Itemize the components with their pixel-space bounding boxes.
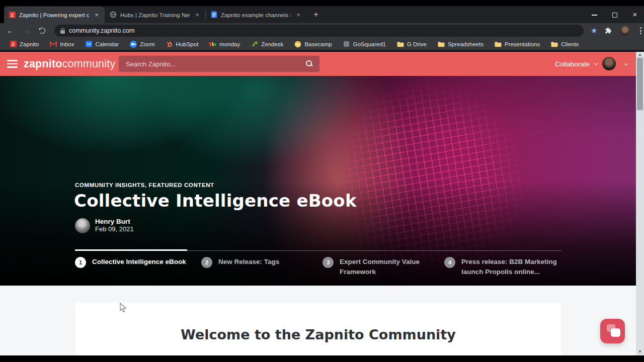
content-card: Welcome to the Zapnito Community The com… xyxy=(75,303,561,362)
hero-author[interactable]: Henry Burt Feb 09, 2021 xyxy=(75,218,134,233)
zapnito-icon: Z xyxy=(9,12,16,18)
tab-close-icon[interactable]: × xyxy=(193,11,201,19)
bookmark-item[interactable]: GoSquared1 xyxy=(339,40,390,49)
chat-widget-button[interactable] xyxy=(600,319,625,343)
tab-strip: ZZapnito | Powering expert comm×Hubs | Z… xyxy=(4,6,323,23)
bookmark-item[interactable]: Zendesk xyxy=(247,40,288,49)
hamburger-menu-icon[interactable] xyxy=(7,60,18,67)
author-date: Feb 09, 2021 xyxy=(95,225,134,233)
folder-icon xyxy=(495,41,502,48)
collaborate-menu[interactable]: Collaborate xyxy=(555,52,597,76)
search-input[interactable] xyxy=(125,60,305,68)
site-search[interactable] xyxy=(119,56,319,72)
bookmark-item[interactable]: Basecamp xyxy=(290,40,336,49)
bookmark-item[interactable]: 12Calendar xyxy=(81,40,124,49)
folder-icon xyxy=(551,41,558,48)
tab-title: Hubs | Zapnito Training Network xyxy=(120,12,190,18)
scrollbar-thumb[interactable] xyxy=(637,58,643,110)
chat-bubble-icon xyxy=(611,328,620,337)
scroll-down-icon[interactable]: ▼ xyxy=(636,349,644,354)
mouse-cursor xyxy=(120,303,127,313)
site-header: zapnitocommunity Collaborate xyxy=(0,52,636,76)
bookmark-item[interactable]: ZZapnito xyxy=(5,40,43,49)
browser-tab-bar: ZZapnito | Powering expert comm×Hubs | Z… xyxy=(0,6,644,23)
bookmark-label: G Drive xyxy=(407,41,427,47)
bookmark-item[interactable]: monday xyxy=(205,40,245,49)
browser-toolbar: ← → community.zapnito.com ★ xyxy=(0,23,644,38)
browser-tab[interactable]: Hubs | Zapnito Training Network× xyxy=(105,7,205,23)
bookmark-label: Clients xyxy=(561,41,579,47)
hero-category-label[interactable]: COMMUNITY INSIGHTS, FEATURED CONTENT xyxy=(75,182,214,188)
address-bar[interactable]: community.zapnito.com xyxy=(54,25,584,37)
bookmark-label: Zapnito xyxy=(20,41,39,47)
bookmark-label: HubSpot xyxy=(176,41,199,47)
site-logo[interactable]: zapnitocommunity xyxy=(24,58,115,70)
gcal-icon: 12 xyxy=(86,41,93,48)
carousel-item[interactable]: 4Press release: B2B Marketing launch Pro… xyxy=(444,257,565,277)
carousel-number-badge: 2 xyxy=(201,257,212,268)
restore-button[interactable] xyxy=(612,12,618,18)
bookmark-star-icon[interactable]: ★ xyxy=(591,26,597,35)
bookmark-item[interactable]: Inbox xyxy=(45,40,78,49)
bookmark-item[interactable]: Clients xyxy=(546,40,583,49)
chrome-menu-icon[interactable] xyxy=(637,27,643,34)
tab-close-icon[interactable]: × xyxy=(93,11,101,19)
bookmark-label: Zoom xyxy=(140,41,154,47)
gosquared-icon xyxy=(343,41,350,48)
bookmark-item[interactable]: G Drive xyxy=(392,40,431,49)
carousel-item[interactable]: 3Expert Community Value Framework xyxy=(323,257,428,277)
carousel-progress-active xyxy=(75,249,187,251)
bookmark-label: Inbox xyxy=(60,41,74,47)
folder-icon xyxy=(438,41,445,48)
letterbox-bottom xyxy=(0,355,644,362)
bookmark-label: Calendar xyxy=(96,41,119,47)
carousel-number-badge: 1 xyxy=(75,257,86,268)
tab-title: Zapnito | Powering expert comm xyxy=(19,12,89,18)
forward-icon[interactable]: → xyxy=(20,25,32,37)
browser-tab[interactable]: Zapnito example channels struct× xyxy=(206,7,306,23)
carousel-item-label: New Release: Tags xyxy=(218,257,279,267)
window-close-button[interactable]: × xyxy=(632,12,638,18)
search-icon[interactable] xyxy=(305,60,313,68)
bookmark-label: Presentations xyxy=(505,41,540,47)
tab-title: Zapnito example channels struct xyxy=(221,12,291,18)
chevron-down-icon xyxy=(594,61,598,65)
hero-title[interactable]: Collective Intelligence eBook xyxy=(74,191,357,211)
tab-close-icon[interactable]: × xyxy=(294,11,302,19)
carousel-number-badge: 3 xyxy=(323,257,334,268)
carousel-item[interactable]: 1Collective Intelligence eBook xyxy=(75,257,186,268)
browser-tab[interactable]: ZZapnito | Powering expert comm× xyxy=(4,7,105,23)
zoom-icon xyxy=(130,41,137,48)
bookmark-label: Zendesk xyxy=(261,41,283,47)
bookmark-item[interactable]: Zoom xyxy=(125,40,159,49)
new-tab-button[interactable]: + xyxy=(309,8,323,21)
carousel-item-label: Expert Community Value Framework xyxy=(340,257,428,277)
basecamp-icon xyxy=(294,41,301,48)
logo-light: community xyxy=(62,58,116,70)
bookmark-label: Basecamp xyxy=(304,41,332,47)
back-icon[interactable]: ← xyxy=(4,25,16,37)
gmail-icon xyxy=(50,41,57,48)
toolbar-actions: ★ xyxy=(591,26,643,36)
scroll-up-icon[interactable]: ▲ xyxy=(636,52,644,57)
browser-profile-avatar[interactable] xyxy=(620,26,630,36)
bookmarks-bar: ZZapnitoInbox12CalendarZoomHubSpotmonday… xyxy=(0,38,644,51)
reload-icon[interactable] xyxy=(36,25,48,37)
page-scrollbar[interactable]: ▲ ▼ xyxy=(636,52,644,355)
monday-icon xyxy=(209,41,216,48)
account-chevron-down-icon[interactable] xyxy=(624,61,628,65)
bookmark-item[interactable]: Spreadsheets xyxy=(433,40,488,49)
bookmark-label: Spreadsheets xyxy=(448,41,484,47)
minimize-button[interactable] xyxy=(592,12,598,18)
window-controls: × xyxy=(592,8,638,21)
author-avatar[interactable] xyxy=(75,218,90,233)
hero-shade xyxy=(0,76,636,286)
carousel-item[interactable]: 2New Release: Tags xyxy=(201,257,279,268)
welcome-heading: Welcome to the Zapnito Community xyxy=(75,327,561,342)
folder-icon xyxy=(397,41,404,48)
bookmark-item[interactable]: Presentations xyxy=(490,40,544,49)
extensions-puzzle-icon[interactable] xyxy=(605,27,613,35)
zendesk-icon xyxy=(251,41,258,48)
bookmark-item[interactable]: HubSpot xyxy=(162,40,203,49)
site-user-avatar[interactable] xyxy=(602,57,616,70)
